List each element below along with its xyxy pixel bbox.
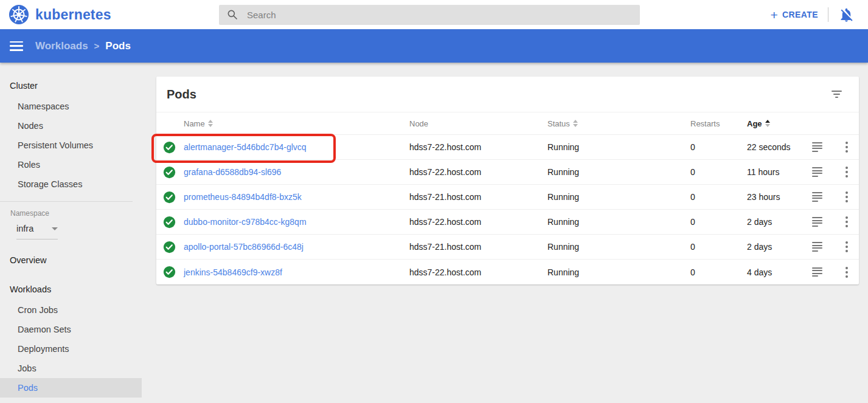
pod-age: 23 hours: [747, 192, 812, 202]
pod-name-link[interactable]: alertmanager-5d46bdc7b4-glvcq: [184, 142, 409, 152]
top-actions: + CREATE: [640, 7, 868, 23]
kebab-menu-icon[interactable]: [841, 241, 852, 252]
pod-restarts: 0: [690, 167, 747, 177]
check-circle-icon: [156, 141, 184, 154]
pod-node: hdss7-21.host.com: [409, 192, 547, 202]
filter-icon[interactable]: [829, 88, 844, 100]
pod-age: 2 days: [747, 217, 812, 227]
sidebar-item-storage-classes[interactable]: Storage Classes: [0, 174, 142, 194]
check-circle-icon: [156, 216, 184, 229]
pod-name-link[interactable]: prometheus-84894b4df8-bxz5k: [184, 192, 409, 202]
sidebar-section-cluster[interactable]: Cluster: [0, 75, 142, 97]
breadcrumb-parent[interactable]: Workloads: [35, 40, 88, 52]
logs-icon[interactable]: [812, 192, 822, 202]
top-bar: kubernetes + CREATE: [0, 0, 868, 29]
sidebar-item-cron-jobs[interactable]: Cron Jobs: [0, 300, 142, 320]
sidebar-item-deployments[interactable]: Deployments: [0, 339, 142, 359]
pod-node: hdss7-22.host.com: [409, 142, 547, 152]
pod-age: 4 days: [747, 267, 812, 277]
hamburger-menu-icon[interactable]: [10, 41, 23, 51]
brand: kubernetes: [0, 4, 219, 25]
pod-node: hdss7-21.host.com: [409, 242, 547, 252]
pod-node: hdss7-22.host.com: [409, 267, 547, 277]
pod-status: Running: [547, 167, 690, 177]
namespace-value: infra: [16, 224, 33, 233]
sidebar-section-workloads[interactable]: Workloads: [0, 278, 142, 300]
sidebar: Cluster NamespacesNodesPersistent Volume…: [0, 63, 142, 403]
sidebar-item-roles[interactable]: Roles: [0, 155, 142, 174]
table-row: dubbo-monitor-c978b4cc-kg8qmhdss7-22.hos…: [156, 210, 859, 235]
kebab-menu-icon[interactable]: [841, 142, 852, 153]
column-header-status[interactable]: Status: [547, 119, 690, 128]
logs-icon[interactable]: [812, 242, 822, 252]
column-label: Age: [747, 119, 762, 128]
kebab-menu-icon[interactable]: [841, 216, 852, 227]
sidebar-item-persistent-volumes[interactable]: Persistent Volumes: [0, 136, 142, 155]
pod-status: Running: [547, 192, 690, 202]
check-circle-icon: [156, 266, 184, 278]
logs-icon[interactable]: [812, 267, 822, 277]
breadcrumb-separator: >: [94, 41, 100, 51]
pods-table-header: NameNodeStatusRestartsAge: [156, 112, 859, 135]
vertical-divider: [828, 7, 828, 22]
create-button-label: CREATE: [782, 10, 818, 19]
namespace-select[interactable]: infra: [16, 224, 58, 239]
pod-status: Running: [547, 142, 690, 152]
sidebar-item-jobs[interactable]: Jobs: [0, 359, 142, 378]
search-bar: [219, 5, 640, 25]
search-input[interactable]: [247, 10, 633, 20]
sidebar-item-daemon-sets[interactable]: Daemon Sets: [0, 320, 142, 339]
sidebar-item-namespaces[interactable]: Namespaces: [0, 97, 142, 116]
pod-name-link[interactable]: grafana-d6588db94-sl696: [184, 167, 409, 177]
pods-card: Pods NameNodeStatusRestartsAge alertmana…: [156, 77, 859, 284]
sort-arrows-icon: [208, 120, 213, 127]
logs-icon[interactable]: [812, 167, 822, 177]
column-label: Name: [184, 119, 205, 128]
pod-restarts: 0: [690, 192, 747, 202]
column-label: Node: [409, 119, 428, 128]
brand-title[interactable]: kubernetes: [35, 7, 111, 23]
check-circle-icon: [156, 166, 184, 179]
cluster-items: NamespacesNodesPersistent VolumesRolesSt…: [0, 97, 142, 194]
search-icon: [226, 9, 238, 21]
card-title: Pods: [167, 88, 196, 102]
table-row: alertmanager-5d46bdc7b4-glvcqhdss7-22.ho…: [156, 135, 859, 160]
column-header-restarts: Restarts: [690, 119, 747, 128]
logs-icon[interactable]: [812, 142, 822, 152]
pod-age: 22 seconds: [747, 142, 812, 152]
pod-name-link[interactable]: jenkins-54b8469cf9-xwz8f: [184, 267, 409, 277]
sidebar-item-overview[interactable]: Overview: [0, 249, 142, 271]
pod-name-link[interactable]: apollo-portal-57bc86966d-6c48j: [184, 242, 409, 252]
table-row: prometheus-84894b4df8-bxz5khdss7-21.host…: [156, 185, 859, 210]
column-header-name[interactable]: Name: [184, 119, 409, 128]
kubernetes-logo-icon[interactable]: [9, 4, 29, 25]
breadcrumb-bar: Workloads > Pods: [0, 29, 868, 63]
pods-card-header: Pods: [156, 77, 859, 112]
pod-age: 2 days: [747, 242, 812, 252]
logs-icon[interactable]: [812, 217, 822, 227]
column-header-node: Node: [409, 119, 547, 128]
kebab-menu-icon[interactable]: [841, 191, 852, 202]
sort-arrows-icon: [765, 120, 770, 127]
pod-restarts: 0: [690, 242, 747, 252]
create-button[interactable]: + CREATE: [770, 9, 818, 21]
pod-age: 11 hours: [747, 167, 812, 177]
breadcrumb: Workloads > Pods: [35, 40, 131, 52]
pod-node: hdss7-22.host.com: [409, 167, 547, 177]
workloads-items: Cron JobsDaemon SetsDeploymentsJobsPods: [0, 300, 142, 398]
pod-name-link[interactable]: dubbo-monitor-c978b4cc-kg8qm: [184, 217, 409, 227]
sidebar-item-pods[interactable]: Pods: [0, 378, 142, 398]
table-row: grafana-d6588db94-sl696hdss7-22.host.com…: [156, 160, 859, 185]
sidebar-item-nodes[interactable]: Nodes: [0, 116, 142, 136]
notifications-off-icon[interactable]: [838, 7, 855, 23]
column-header-age[interactable]: Age: [747, 119, 812, 128]
sort-arrows-icon: [573, 120, 578, 127]
plus-icon: +: [770, 9, 778, 21]
table-row: jenkins-54b8469cf9-xwz8fhdss7-22.host.co…: [156, 260, 859, 284]
kebab-menu-icon[interactable]: [841, 167, 852, 177]
sidebar-divider: [0, 201, 133, 202]
kebab-menu-icon[interactable]: [841, 267, 852, 278]
pod-restarts: 0: [690, 267, 747, 277]
pods-table-body: alertmanager-5d46bdc7b4-glvcqhdss7-22.ho…: [156, 135, 859, 284]
pod-node: hdss7-22.host.com: [409, 217, 547, 227]
